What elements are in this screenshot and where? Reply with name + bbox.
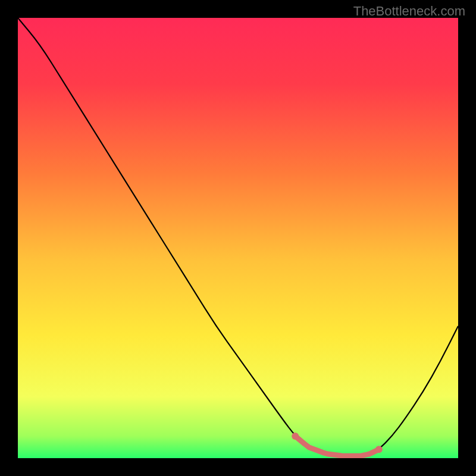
watermark: TheBottleneck.com — [353, 4, 465, 19]
gradient-background — [18, 18, 458, 458]
plot-frame — [18, 18, 458, 458]
svg-point-0 — [292, 433, 299, 440]
chart-svg — [18, 18, 458, 458]
svg-point-1 — [375, 446, 383, 453]
plot-area — [18, 18, 458, 458]
